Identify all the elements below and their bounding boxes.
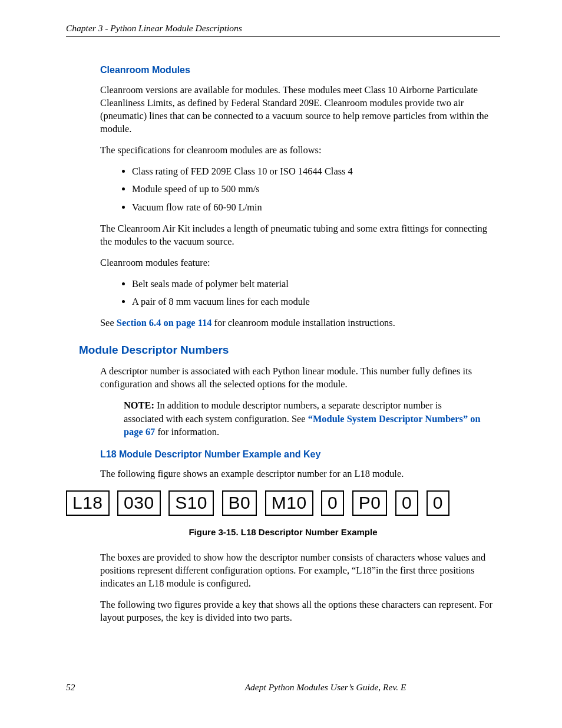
descriptor-box: 0 bbox=[395, 490, 418, 516]
descriptor-box: S10 bbox=[168, 490, 214, 516]
heading-module-descriptor-numbers: Module Descriptor Numbers bbox=[79, 342, 500, 358]
paragraph: Cleanroom versions are available for mod… bbox=[100, 84, 500, 136]
feature-list: Belt seals made of polymer belt material… bbox=[100, 278, 500, 308]
paragraph: The following two figures provide a key … bbox=[100, 598, 500, 624]
descriptor-box: 030 bbox=[117, 490, 161, 516]
running-header: Chapter 3 - Python Linear Module Descrip… bbox=[66, 22, 500, 35]
descriptor-box: P0 bbox=[352, 490, 388, 516]
figure-caption: Figure 3-15. L18 Descriptor Number Examp… bbox=[66, 526, 500, 538]
section-descriptor: A descriptor number is associated with e… bbox=[100, 365, 500, 480]
descriptor-boxes-row: L18 030 S10 B0 M10 0 P0 0 0 bbox=[66, 490, 500, 516]
descriptor-box: L18 bbox=[66, 490, 110, 516]
paragraph-with-link: See Section 6.4 on page 114 for cleanroo… bbox=[100, 317, 500, 330]
descriptor-box: M10 bbox=[265, 490, 313, 516]
paragraph: The Cleanroom Air Kit includes a length … bbox=[100, 222, 500, 248]
list-item: Vacuum flow rate of 60-90 L/min bbox=[132, 201, 500, 214]
heading-l18-example-key: L18 Module Descriptor Number Example and… bbox=[100, 448, 500, 461]
descriptor-box: B0 bbox=[222, 490, 257, 516]
note-label: NOTE: bbox=[124, 400, 154, 411]
header-rule bbox=[66, 36, 500, 37]
spec-list: Class rating of FED 209E Class 10 or ISO… bbox=[100, 165, 500, 213]
paragraph: The specifications for cleanroom modules… bbox=[100, 144, 500, 157]
section-descriptor-cont: The boxes are provided to show how the d… bbox=[100, 551, 500, 625]
page-number: 52 bbox=[66, 681, 75, 694]
list-item: A pair of 8 mm vacuum lines for each mod… bbox=[132, 295, 500, 308]
paragraph: Cleanroom modules feature: bbox=[100, 256, 500, 269]
descriptor-box: 0 bbox=[321, 490, 344, 516]
page-footer: 52 Adept Python Modules User’s Guide, Re… bbox=[66, 681, 500, 694]
list-item: Module speed of up to 500 mm/s bbox=[132, 183, 500, 196]
text-run: for information. bbox=[155, 426, 219, 437]
paragraph: The boxes are provided to show how the d… bbox=[100, 551, 500, 590]
paragraph: A descriptor number is associated with e… bbox=[100, 365, 500, 391]
descriptor-box: 0 bbox=[427, 490, 449, 516]
list-item: Class rating of FED 209E Class 10 or ISO… bbox=[132, 165, 500, 178]
cross-reference-link[interactable]: Section 6.4 on page 114 bbox=[117, 317, 212, 328]
text-run: See bbox=[100, 317, 117, 328]
heading-cleanroom-modules: Cleanroom Modules bbox=[100, 64, 500, 77]
section-cleanroom: Cleanroom Modules Cleanroom versions are… bbox=[100, 64, 500, 330]
footer-title: Adept Python Modules User’s Guide, Rev. … bbox=[245, 681, 406, 694]
paragraph: The following figure shows an example de… bbox=[100, 467, 500, 480]
page-container: Chapter 3 - Python Linear Module Descrip… bbox=[0, 0, 562, 728]
note-block: NOTE: In addition to module descriptor n… bbox=[124, 399, 500, 438]
text-run: for cleanroom module installation instru… bbox=[211, 317, 395, 328]
list-item: Belt seals made of polymer belt material bbox=[132, 278, 500, 291]
